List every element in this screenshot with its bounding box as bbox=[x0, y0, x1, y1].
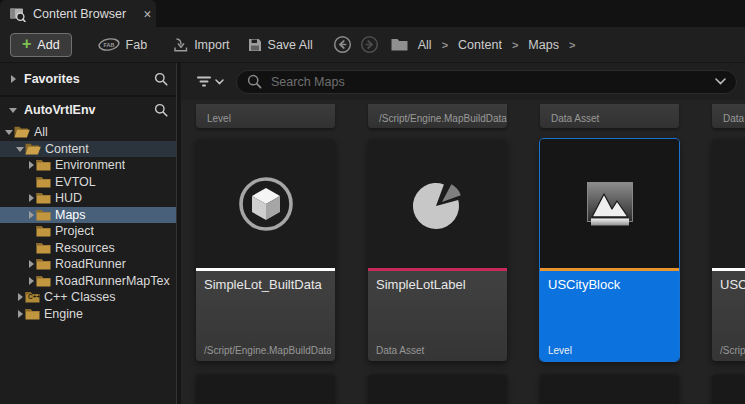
fab-button[interactable]: FAB Fab bbox=[98, 38, 148, 52]
sidebar-item-label: Content bbox=[45, 142, 89, 156]
asset-tile-partial-bottom[interactable] bbox=[196, 375, 335, 404]
asset-tile-simplelot-builtdata[interactable]: SimpleLot_BuiltData/Script/Engine.MapBui… bbox=[196, 139, 335, 361]
asset-meta: USCityBlock_BuiltData/Script/Engine.MapB… bbox=[712, 271, 745, 361]
collection-label: AutoVrtlEnv bbox=[24, 103, 148, 117]
asset-tile-partial-bottom[interactable] bbox=[712, 375, 745, 404]
sidebar-item-roadrunnermaptex[interactable]: RoadRunnerMapTex bbox=[0, 273, 176, 290]
sidebar-item-engine[interactable]: Engine bbox=[0, 306, 176, 323]
asset-grid: Level/Script/Engine.MapBuildData...Data … bbox=[181, 100, 745, 404]
chevron-right-icon[interactable] bbox=[8, 74, 18, 84]
asset-tile-partial-top[interactable]: /Script/Engine.MapBuildData... bbox=[368, 104, 507, 128]
sidebar-item-environment[interactable]: Environment bbox=[0, 157, 176, 174]
toolbar: + Add FAB Fab Import bbox=[0, 27, 745, 63]
folder-icon bbox=[36, 275, 51, 287]
sidebar-item-roadrunner[interactable]: RoadRunner bbox=[0, 256, 176, 273]
asset-tile-partial-top[interactable]: Data Asset bbox=[712, 104, 745, 128]
content-browser-icon bbox=[9, 6, 26, 22]
favorites-header[interactable]: Favorites bbox=[0, 63, 176, 97]
asset-tile-uscityblock[interactable]: USCityBlockLevel bbox=[540, 139, 679, 361]
asset-type: /Script/Engine.MapBuildDataR... bbox=[720, 345, 745, 356]
search-icon[interactable] bbox=[154, 103, 168, 117]
forward-button[interactable] bbox=[360, 35, 379, 54]
sidebar-item-c-classes[interactable]: C++C++ Classes bbox=[0, 289, 176, 306]
sidebar-item-hud[interactable]: HUD bbox=[0, 190, 176, 207]
save-all-button[interactable]: Save All bbox=[248, 38, 313, 52]
search-input[interactable] bbox=[269, 74, 708, 90]
sidebar-item-resources[interactable]: Resources bbox=[0, 240, 176, 257]
saved-search-chevron-icon[interactable] bbox=[715, 78, 726, 85]
search-field[interactable] bbox=[236, 70, 737, 94]
sidebar-item-label: All bbox=[34, 125, 48, 139]
asset-name: USCityBlock_BuiltData bbox=[720, 277, 745, 292]
tab-title: Content Browser bbox=[33, 7, 126, 21]
filters-button[interactable] bbox=[196, 75, 224, 88]
chevron-right-icon[interactable] bbox=[15, 292, 25, 302]
asset-type: /Script/Engine.MapBuildDataR... bbox=[204, 345, 331, 356]
folder-icon bbox=[25, 308, 40, 320]
chevron-down-icon[interactable] bbox=[4, 127, 14, 137]
tree-spacer bbox=[26, 226, 36, 236]
asset-meta: USCityBlockLevel bbox=[540, 271, 679, 361]
chevron-right-icon[interactable] bbox=[26, 160, 36, 170]
save-icon bbox=[248, 38, 262, 52]
breadcrumb: All>Content>Maps> bbox=[418, 38, 576, 52]
asset-tile-partial-bottom[interactable] bbox=[540, 375, 679, 404]
tree-spacer bbox=[26, 177, 36, 187]
asset-tile-simplelotlabel[interactable]: SimpleLotLabelData Asset bbox=[368, 139, 507, 361]
fab-logo-icon: FAB bbox=[98, 38, 120, 51]
asset-type: Data Asset bbox=[376, 345, 503, 356]
sidebar-item-label: Engine bbox=[44, 307, 83, 321]
folder-icon bbox=[36, 225, 51, 237]
tab-content-browser[interactable]: Content Browser ✕ bbox=[0, 0, 156, 27]
sidebar-item-maps[interactable]: Maps bbox=[0, 207, 176, 224]
chevron-right-icon[interactable] bbox=[15, 309, 25, 319]
folder-icon bbox=[36, 258, 51, 270]
asset-tile-uscityblock-builtdata[interactable]: USCityBlock_BuiltData/Script/Engine.MapB… bbox=[712, 139, 745, 361]
collection-header[interactable]: AutoVrtlEnv bbox=[0, 97, 176, 123]
asset-meta: SimpleLot_BuiltData/Script/Engine.MapBui… bbox=[196, 271, 335, 361]
forward-arrow-icon bbox=[360, 35, 379, 54]
tab-close-icon[interactable]: ✕ bbox=[143, 8, 152, 20]
filter-bar bbox=[181, 63, 745, 100]
sidebar-item-evtol[interactable]: EVTOL bbox=[0, 174, 176, 191]
sidebar-item-label: C++ Classes bbox=[44, 290, 116, 304]
chevron-down-icon[interactable] bbox=[15, 144, 25, 154]
back-button[interactable] bbox=[333, 35, 352, 54]
plus-icon: + bbox=[22, 36, 31, 52]
asset-view: Level/Script/Engine.MapBuildData...Data … bbox=[181, 63, 745, 404]
chevron-down-icon[interactable] bbox=[8, 105, 18, 115]
search-icon[interactable] bbox=[154, 72, 168, 86]
asset-tile-partial-bottom[interactable] bbox=[368, 375, 507, 404]
sidebar-item-label: Environment bbox=[55, 158, 125, 172]
sidebar-item-project[interactable]: Project bbox=[0, 223, 176, 240]
import-icon bbox=[173, 38, 188, 52]
import-button[interactable]: Import bbox=[173, 38, 229, 52]
breadcrumb-item-maps[interactable]: Maps bbox=[528, 38, 559, 52]
add-button[interactable]: + Add bbox=[10, 33, 72, 57]
breadcrumb-separator-icon[interactable]: > bbox=[512, 39, 518, 51]
asset-tile-partial-top[interactable]: Level bbox=[196, 104, 335, 128]
sidebar-item-all[interactable]: All bbox=[0, 124, 176, 141]
sidebar-item-label: RoadRunner bbox=[55, 257, 126, 271]
chevron-right-icon[interactable] bbox=[26, 276, 36, 286]
breadcrumb-separator-icon[interactable]: > bbox=[569, 39, 575, 51]
folder-tree: All Content Environment EVTOL HUD Maps P… bbox=[0, 124, 176, 322]
save-all-label: Save All bbox=[268, 38, 313, 52]
sidebar-item-content[interactable]: Content bbox=[0, 141, 176, 158]
breadcrumb-item-content[interactable]: Content bbox=[458, 38, 502, 52]
chevron-right-icon[interactable] bbox=[26, 210, 36, 220]
import-button-label: Import bbox=[194, 38, 229, 52]
breadcrumb-separator-icon[interactable]: > bbox=[442, 39, 448, 51]
tree-spacer bbox=[26, 243, 36, 253]
sidebar-item-label: HUD bbox=[55, 191, 82, 205]
content-browser-window: Content Browser ✕ + Add FAB Fab bbox=[0, 0, 745, 404]
filter-icon bbox=[196, 75, 212, 88]
chevron-right-icon[interactable] bbox=[26, 259, 36, 269]
sidebar-item-label: EVTOL bbox=[55, 175, 96, 189]
breadcrumb-item-all[interactable]: All bbox=[418, 38, 432, 52]
asset-tile-partial-top[interactable]: Data Asset bbox=[540, 104, 679, 128]
sidebar-item-label: RoadRunnerMapTex bbox=[55, 274, 170, 288]
asset-name: SimpleLotLabel bbox=[376, 277, 503, 292]
folder-icon bbox=[36, 176, 51, 188]
chevron-right-icon[interactable] bbox=[26, 193, 36, 203]
